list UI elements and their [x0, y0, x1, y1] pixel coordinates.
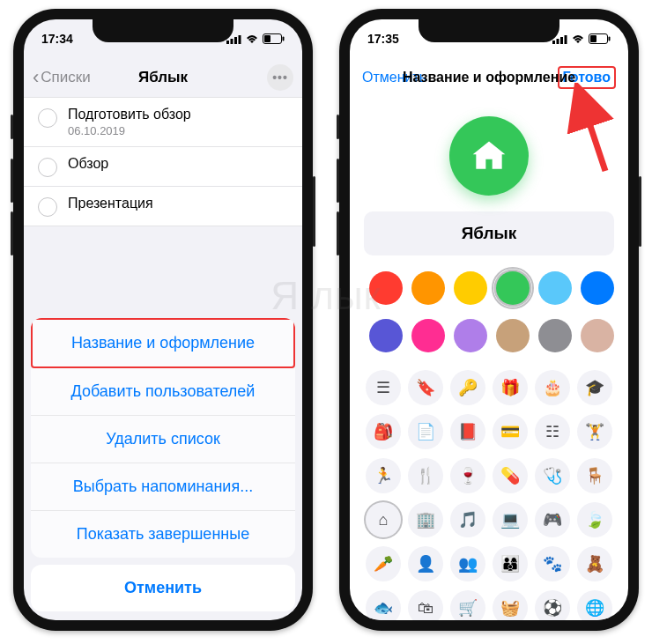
notch [419, 19, 559, 42]
modal-header: Отменить Название и оформление Готово [350, 58, 628, 97]
gamepad-icon[interactable]: 🎮 [535, 502, 570, 537]
pills-stack-icon[interactable]: ☷ [535, 414, 570, 449]
leaf-icon[interactable]: 🍃 [577, 502, 612, 537]
color-picker [350, 271, 628, 370]
house-icon[interactable]: ⌂ [366, 502, 401, 537]
reminders-list: Подготовить обзор06.10.2019ОбзорПрезента… [24, 97, 302, 226]
stethoscope-icon[interactable]: 🩺 [535, 458, 570, 493]
card-icon[interactable]: 💳 [493, 414, 528, 449]
carrot-icon[interactable]: 🥕 [366, 546, 401, 581]
color-swatch[interactable] [369, 271, 403, 305]
reminder-date: 06.10.2019 [68, 124, 191, 137]
back-label: Списки [41, 69, 90, 86]
bookmark-icon[interactable]: 🔖 [408, 370, 443, 405]
chair-icon[interactable]: 🪑 [577, 458, 612, 493]
svg-rect-10 [565, 35, 567, 44]
basket-icon[interactable]: 🧺 [493, 590, 528, 620]
color-swatch[interactable] [538, 319, 572, 352]
svg-rect-1 [231, 39, 233, 44]
laptop-icon[interactable]: 💻 [493, 502, 528, 537]
book-icon[interactable]: 📕 [450, 414, 485, 449]
status-indicators [226, 33, 285, 44]
modal-done-button[interactable]: Готово [558, 66, 616, 89]
wine-icon[interactable]: 🍷 [450, 458, 485, 493]
svg-rect-12 [590, 35, 596, 42]
color-swatch[interactable] [496, 271, 530, 305]
action-item-1[interactable]: Добавить пользователей [31, 368, 295, 416]
color-swatch[interactable] [496, 319, 530, 352]
action-item-2[interactable]: Удалить список [31, 416, 295, 463]
color-swatch[interactable] [538, 271, 572, 305]
modal-cancel-button[interactable]: Отменить [362, 70, 426, 85]
wifi-icon [571, 34, 585, 44]
back-button[interactable]: ‹ Списки [33, 66, 91, 89]
fork-icon[interactable]: 🍴 [408, 458, 443, 493]
graduation-icon[interactable]: 🎓 [577, 370, 612, 405]
run-icon[interactable]: 🏃 [366, 458, 401, 493]
person-icon[interactable]: 👤 [408, 546, 443, 581]
notch [93, 19, 233, 42]
action-item-4[interactable]: Показать завершенные [31, 511, 295, 558]
chevron-left-icon: ‹ [33, 66, 39, 89]
color-swatch[interactable] [411, 319, 445, 352]
color-swatch[interactable] [411, 271, 445, 305]
status-time: 17:34 [41, 32, 73, 46]
svg-rect-8 [557, 39, 559, 44]
svg-rect-13 [609, 37, 611, 41]
backpack-icon[interactable]: 🎒 [366, 414, 401, 449]
gift-icon[interactable]: 🎁 [493, 370, 528, 405]
family-icon[interactable]: 👨‍👩‍👦 [493, 546, 528, 581]
status-time: 17:35 [367, 32, 399, 46]
music-icon[interactable]: 🎵 [450, 502, 485, 537]
dumbbell-icon[interactable]: 🏋 [577, 414, 612, 449]
reminder-radio[interactable] [38, 158, 57, 177]
svg-rect-6 [283, 37, 285, 41]
reminder-title: Подготовить обзор [68, 107, 191, 122]
action-item-3[interactable]: Выбрать напоминания... [31, 463, 295, 511]
svg-rect-0 [226, 41, 229, 44]
bag-icon[interactable]: 🛍 [408, 590, 443, 620]
reminder-radio[interactable] [38, 197, 57, 217]
people-icon[interactable]: 👥 [450, 546, 485, 581]
reminder-row[interactable]: Подготовить обзор06.10.2019 [24, 98, 302, 147]
action-sheet: Название и оформлениеДобавить пользовате… [24, 318, 302, 620]
cake-icon[interactable]: 🎂 [535, 370, 570, 405]
phone-right: 17:35 Отменить Название и оформление Гот… [339, 9, 639, 631]
reminder-row[interactable]: Обзор [24, 147, 302, 187]
building-icon[interactable]: 🏢 [408, 502, 443, 537]
globe-icon[interactable]: 🌐 [577, 590, 612, 620]
reminder-row[interactable]: Презентация [24, 187, 302, 226]
battery-icon [263, 33, 285, 44]
house-icon [470, 137, 508, 175]
action-item-0[interactable]: Название и оформление [31, 318, 295, 368]
color-swatch[interactable] [581, 271, 614, 305]
svg-rect-5 [264, 35, 270, 42]
color-swatch[interactable] [369, 319, 403, 352]
document-icon[interactable]: 📄 [408, 414, 443, 449]
action-sheet-group: Название и оформлениеДобавить пользовате… [31, 318, 295, 558]
action-cancel-button[interactable]: Отменить [31, 565, 295, 611]
battery-icon [589, 33, 611, 44]
more-button[interactable]: ••• [267, 64, 293, 91]
svg-rect-9 [560, 37, 563, 44]
fish-icon[interactable]: 🐟 [366, 590, 401, 620]
color-swatch[interactable] [454, 319, 487, 352]
pill-icon[interactable]: 💊 [493, 458, 528, 493]
icon-picker: ☰🔖🔑🎁🎂🎓🎒📄📕💳☷🏋🏃🍴🍷💊🩺🪑⌂🏢🎵💻🎮🍃🥕👤👥👨‍👩‍👦🐾🧸🐟🛍🛒🧺⚽🌐 [350, 370, 628, 620]
color-swatch[interactable] [581, 319, 614, 352]
paw-icon[interactable]: 🐾 [535, 546, 570, 581]
ball-icon[interactable]: ⚽ [535, 590, 570, 620]
reminder-radio[interactable] [38, 108, 57, 128]
status-indicators [552, 33, 611, 44]
list-name-input[interactable]: Яблык [364, 211, 614, 255]
color-swatch[interactable] [454, 271, 487, 305]
svg-rect-2 [234, 37, 237, 44]
svg-rect-7 [552, 41, 555, 44]
teddy-icon[interactable]: 🧸 [577, 546, 612, 581]
reminder-title: Презентация [68, 196, 153, 211]
list-icon[interactable]: ☰ [366, 370, 401, 405]
cart-icon[interactable]: 🛒 [450, 590, 485, 620]
key-icon[interactable]: 🔑 [450, 370, 485, 405]
wifi-icon [245, 34, 259, 44]
reminder-title: Обзор [68, 156, 108, 172]
